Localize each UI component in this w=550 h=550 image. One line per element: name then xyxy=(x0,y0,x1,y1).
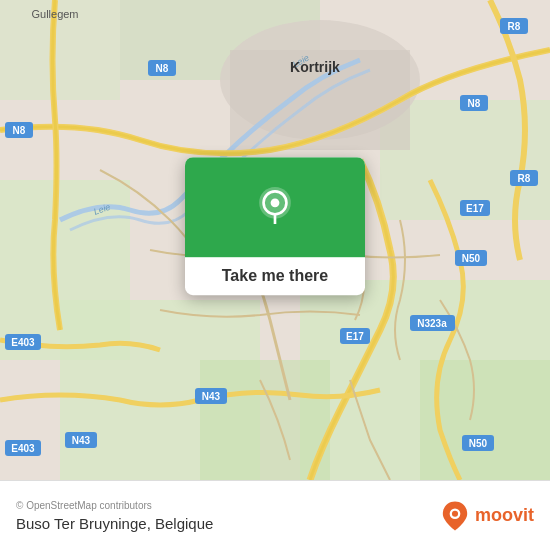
svg-text:N43: N43 xyxy=(202,391,221,402)
svg-text:E403: E403 xyxy=(11,337,35,348)
bottom-bar: © OpenStreetMap contributors Buso Ter Br… xyxy=(0,480,550,550)
attribution: © OpenStreetMap contributors xyxy=(16,500,213,511)
take-me-there-button[interactable]: Take me there xyxy=(185,257,365,295)
svg-text:N323a: N323a xyxy=(417,318,447,329)
svg-rect-7 xyxy=(200,360,330,480)
location-card[interactable]: Take me there xyxy=(185,157,365,295)
moovit-logo[interactable]: moovit xyxy=(439,500,534,532)
svg-text:N43: N43 xyxy=(72,435,91,446)
svg-text:E403: E403 xyxy=(11,443,35,454)
svg-text:N8: N8 xyxy=(156,63,169,74)
svg-text:R8: R8 xyxy=(518,173,531,184)
moovit-brand-text: moovit xyxy=(475,505,534,526)
location-name: Buso Ter Bruyninge, Belgique xyxy=(16,515,213,532)
bottom-left: © OpenStreetMap contributors Buso Ter Br… xyxy=(16,500,213,532)
svg-text:N8: N8 xyxy=(13,125,26,136)
svg-text:N50: N50 xyxy=(462,253,481,264)
svg-text:R8: R8 xyxy=(508,21,521,32)
svg-text:E17: E17 xyxy=(466,203,484,214)
card-top xyxy=(185,157,365,257)
moovit-pin-icon xyxy=(439,500,471,532)
svg-text:N50: N50 xyxy=(469,438,488,449)
svg-text:Kortrijk: Kortrijk xyxy=(290,59,340,75)
svg-point-47 xyxy=(452,510,458,516)
svg-point-45 xyxy=(271,198,280,207)
svg-text:E17: E17 xyxy=(346,331,364,342)
svg-text:Gullegem: Gullegem xyxy=(31,8,78,20)
location-pin-icon xyxy=(253,185,297,229)
svg-text:N8: N8 xyxy=(468,98,481,109)
map-container: Leie Leie N8 xyxy=(0,0,550,480)
